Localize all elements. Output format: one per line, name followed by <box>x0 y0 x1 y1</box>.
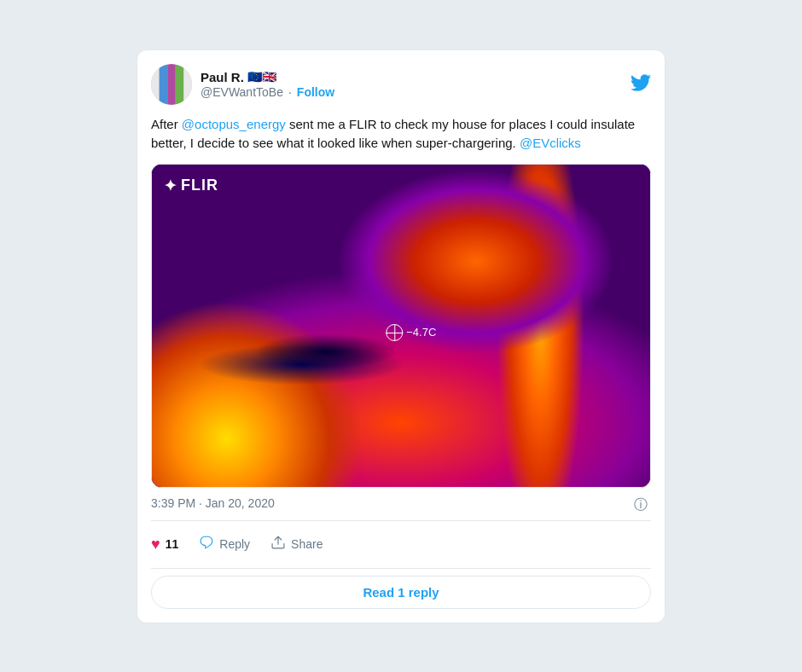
info-icon[interactable]: ⓘ <box>634 496 648 514</box>
timestamp-text: 3:39 PM · Jan 20, 2020 <box>151 496 275 510</box>
flir-logo-icon: ✦ <box>164 177 177 195</box>
user-name-row: Paul R. 🇪🇺🇬🇧 <box>200 70 334 84</box>
mention-evclicks[interactable]: @EVclicks <box>520 136 581 150</box>
twitter-logo-icon <box>631 72 651 96</box>
divider-top <box>151 520 651 521</box>
user-handle[interactable]: @EVWantToBe <box>200 85 283 99</box>
avatar[interactable] <box>151 64 192 105</box>
svg-rect-5 <box>176 64 184 105</box>
reply-button[interactable]: Reply <box>199 535 250 554</box>
user-flags: 🇪🇺🇬🇧 <box>247 70 276 84</box>
svg-rect-3 <box>160 64 168 105</box>
reply-icon <box>199 535 214 554</box>
svg-rect-4 <box>167 64 176 105</box>
flir-crosshair: −4.7C <box>386 324 436 341</box>
svg-rect-2 <box>151 64 160 105</box>
user-info: Paul R. 🇪🇺🇬🇧 @EVWantToBe · Follow <box>200 70 334 99</box>
dot-separator: · <box>288 85 292 99</box>
temperature-label: −4.7C <box>406 326 436 339</box>
tweet-card: Paul R. 🇪🇺🇬🇧 @EVWantToBe · Follow After … <box>137 49 665 623</box>
user-handle-row: @EVWantToBe · Follow <box>200 85 334 99</box>
read-reply-button[interactable]: Read 1 reply <box>151 576 651 609</box>
flir-logo-text: FLIR <box>181 177 218 194</box>
flir-logo: ✦ FLIR <box>164 177 218 195</box>
share-label: Share <box>291 537 323 551</box>
share-icon <box>270 535 286 554</box>
like-button[interactable]: ♥ 11 <box>151 536 178 553</box>
crosshair-symbol <box>386 324 403 341</box>
tweet-timestamp: 3:39 PM · Jan 20, 2020 ⓘ <box>151 496 651 510</box>
follow-button[interactable]: Follow <box>297 85 334 99</box>
tweet-header-left: Paul R. 🇪🇺🇬🇧 @EVWantToBe · Follow <box>151 64 334 105</box>
divider-bottom <box>151 568 651 569</box>
reply-label: Reply <box>219 537 250 551</box>
tweet-header: Paul R. 🇪🇺🇬🇧 @EVWantToBe · Follow <box>151 64 651 105</box>
svg-rect-6 <box>183 64 192 105</box>
share-button[interactable]: Share <box>270 535 323 554</box>
tweet-image[interactable]: ✦ FLIR −4.7C <box>151 164 651 488</box>
tweet-text: After @octopus_energy sent me a FLIR to … <box>151 115 651 154</box>
like-count: 11 <box>166 537 179 551</box>
user-name[interactable]: Paul R. <box>200 70 244 84</box>
tweet-actions: ♥ 11 Reply Share <box>151 528 651 561</box>
crosshair-circle <box>386 324 403 341</box>
heart-icon: ♥ <box>151 536 160 553</box>
mention-octopus[interactable]: @octopus_energy <box>182 117 286 131</box>
